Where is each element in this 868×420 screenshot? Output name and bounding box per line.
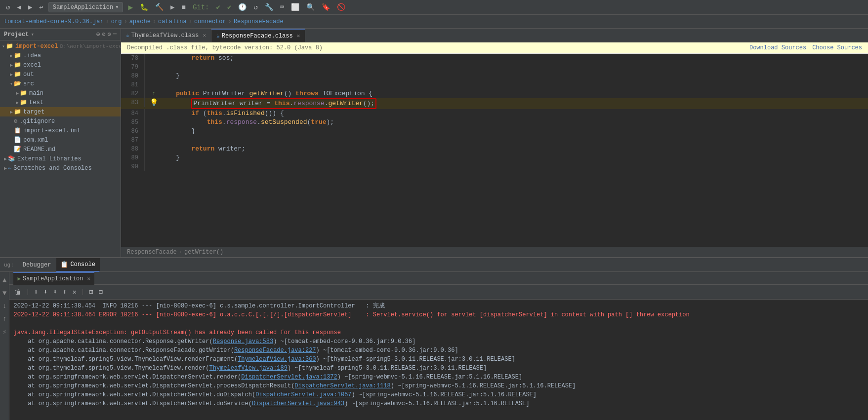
code-container[interactable]: 78 return sos; 79 80 } [121, 54, 868, 247]
git-push-icon[interactable]: ✔ [225, 2, 233, 12]
console-scroll-down-icon[interactable]: ⬇ [41, 287, 49, 297]
sidebar-dropdown[interactable]: ▾ [31, 31, 34, 38]
line-content-87 [159, 136, 868, 145]
info-bar-actions: Download Sources Choose Sources [749, 44, 862, 51]
sidebar-settings-icon[interactable]: ⚙ [102, 31, 105, 38]
back-icon[interactable]: ◀ [15, 2, 23, 12]
sidebar-item-root[interactable]: ▾ 📁 import-excel D:\work\import-excel [0, 41, 121, 51]
sidebar-item-out[interactable]: ▶ 📁 out [0, 70, 121, 79]
down-arrow-icon[interactable]: ▼ [1, 288, 8, 299]
sidebar-item-pom[interactable]: ▶ 📄 pom.xml [0, 135, 121, 145]
terminal-icon[interactable]: ⌨ [278, 2, 286, 12]
choose-sources-link[interactable]: Choose Sources [812, 44, 862, 51]
link-dispatcherservlet-1057[interactable]: DispatcherServlet.java:1057 [255, 391, 351, 398]
console-layout-icon[interactable]: ⊟ [96, 287, 104, 297]
sidebar-item-pom-label: pom.xml [23, 137, 48, 144]
sidebar: Project ▾ ⊕ ⚙ ⚙ — ▾ 📁 import-excel D:\wo… [0, 29, 121, 257]
wrench-icon[interactable]: 🔧 [263, 2, 275, 12]
code-line-89: 89 } [121, 153, 868, 162]
breadcrumb-class[interactable]: ResponseFacade [234, 18, 284, 25]
sidebar-collapse-icon[interactable]: — [113, 31, 117, 38]
run2-icon[interactable]: ▶ [168, 2, 176, 12]
tab-responsefacade-icon: ☕ [216, 33, 220, 39]
link-dispatcherservlet-1118[interactable]: DispatcherServlet.java:1118 [294, 382, 390, 389]
tab-thymeleaf-icon: ☕ [126, 32, 129, 38]
sidebar-item-external-libs[interactable]: ▶ 📚 External Libraries [0, 154, 121, 163]
app-name-badge[interactable]: SampleApplication ▾ [48, 2, 124, 12]
console-line-5: at org.apache.catalina.connector.Respons… [13, 346, 864, 355]
up-arrow-icon[interactable]: ▲ [1, 275, 8, 286]
console-table-icon[interactable]: ⊞ [87, 287, 95, 297]
breadcrumb-apache[interactable]: apache [129, 18, 151, 25]
link-thymeleafview-189[interactable]: ThymeleafView.java:189 [209, 365, 288, 372]
bottom-tab-console[interactable]: 📋 Console [56, 258, 99, 272]
sidebar-item-test[interactable]: ▶ 📁 test [0, 98, 121, 107]
console-filter-icon[interactable]: ✕ [70, 287, 78, 297]
sidebar-item-readme-label: README.md [23, 146, 55, 153]
sidebar-item-target[interactable]: ▶ 📁 target [0, 107, 121, 116]
filter-icon[interactable]: ⚡ [1, 326, 8, 338]
console-line-11: at org.springframework.web.servlet.Dispa… [13, 399, 864, 408]
sidebar-globe-icon[interactable]: ⊕ [96, 31, 100, 38]
breadcrumb-connector[interactable]: connector [194, 18, 226, 25]
download-sources-link[interactable]: Download Sources [749, 44, 806, 51]
line-num-87: 87 [121, 136, 145, 145]
debug-icon[interactable]: 🐛 [138, 2, 150, 12]
tab-thymeleaf[interactable]: ☕ ThymeleafView.class ✕ [121, 29, 211, 42]
tab-responsefacade[interactable]: ☕ ResponseFacade.class ✕ [211, 29, 305, 42]
tab-thymeleaf-close[interactable]: ✕ [203, 32, 206, 38]
sidebar-item-iml[interactable]: ▶ 📋 import-excel.iml [0, 126, 121, 135]
bookmark-icon[interactable]: 🔖 [320, 2, 332, 12]
console-line-2 [13, 319, 864, 328]
console-output[interactable]: 2020-12-22 09:11:38.454 INFO 10216 --- [… [9, 300, 868, 420]
sidebar-title: Project [4, 31, 29, 38]
down2-arrow-icon[interactable]: ↓ [1, 301, 8, 311]
sidebar-item-idea[interactable]: ▶ 📁 .idea [0, 51, 121, 60]
git-check-icon[interactable]: ✔ [214, 2, 222, 12]
up2-arrow-icon[interactable]: ↑ [1, 313, 8, 324]
sidebar-item-gitignore[interactable]: ▶ ⚙ .gitignore [0, 116, 121, 126]
app-name-dropdown-icon: ▾ [115, 3, 119, 11]
sidebar-item-src[interactable]: ▾ 📂 src [0, 79, 121, 88]
folder-excel-icon: 📁 [14, 61, 21, 69]
link-dispatcherservlet-1372[interactable]: DispatcherServlet.java:1372 [241, 374, 337, 381]
undo-icon[interactable]: ↺ [251, 2, 259, 12]
sidebar-item-excel[interactable]: ▶ 📁 excel [0, 60, 121, 70]
session-close[interactable]: ✕ [87, 275, 90, 282]
session-tab-app[interactable]: ▶ SampleApplication ✕ [13, 272, 94, 285]
bottom-tab-debugger[interactable]: Debugger [19, 258, 56, 272]
console-clear-icon[interactable]: 🗑 [12, 287, 23, 297]
sidebar-item-scratches[interactable]: ▶ ✏ Scratches and Consoles [0, 163, 121, 173]
bulb-icon-83[interactable]: 💡 [150, 98, 158, 107]
stop-icon[interactable]: ■ [179, 2, 187, 12]
breadcrumb-jar[interactable]: tomcat-embed-core-9.0.36.jar [4, 18, 104, 25]
link-response-java[interactable]: Response.java:583 [213, 338, 273, 345]
console-line-0: 2020-12-22 09:11:38.454 INFO 10216 --- [… [13, 302, 864, 310]
breadcrumb-catalina[interactable]: catalina [158, 18, 187, 25]
console-scroll-top-icon[interactable]: ⬆ [61, 287, 69, 297]
no-icon[interactable]: 🚫 [335, 2, 347, 12]
tab-responsefacade-close[interactable]: ✕ [297, 33, 300, 39]
window-icon[interactable]: ⬜ [289, 2, 301, 12]
breadcrumb-org[interactable]: org [111, 18, 122, 25]
revert-icon[interactable]: ↩ [37, 2, 45, 12]
sidebar-item-main[interactable]: ▶ 📁 main [0, 88, 121, 98]
sidebar-root-label: import-excel [15, 43, 58, 50]
link-responsefacade-java[interactable]: ResponseFacade.java:227 [234, 347, 316, 354]
run-button[interactable]: ▶ [126, 1, 135, 13]
forward-icon[interactable]: ▶ [26, 2, 34, 12]
editor-bc-method[interactable]: getWriter() [184, 249, 223, 256]
sidebar-gear-icon[interactable]: ⚙ [108, 31, 111, 38]
search-icon[interactable]: 🔍 [304, 2, 317, 12]
console-scroll-up-icon[interactable]: ⬆ [32, 287, 40, 297]
build-icon[interactable]: 🔨 [153, 2, 165, 12]
sidebar-item-readme[interactable]: ▶ 📝 README.md [0, 145, 121, 154]
link-dispatcherservlet-943[interactable]: DispatcherServlet.java:943 [252, 400, 344, 407]
refresh-icon[interactable]: ↺ [4, 2, 12, 12]
clock-icon[interactable]: 🕐 [236, 2, 248, 12]
git-icon[interactable]: Git: [191, 2, 211, 12]
link-thymeleafview-360[interactable]: ThymeleafView.java:360 [238, 356, 316, 363]
editor-bc-class[interactable]: ResponseFacade [127, 249, 177, 256]
sidebar-item-idea-label: .idea [23, 52, 41, 59]
console-scroll-end-icon[interactable]: ⬇ [51, 287, 59, 297]
